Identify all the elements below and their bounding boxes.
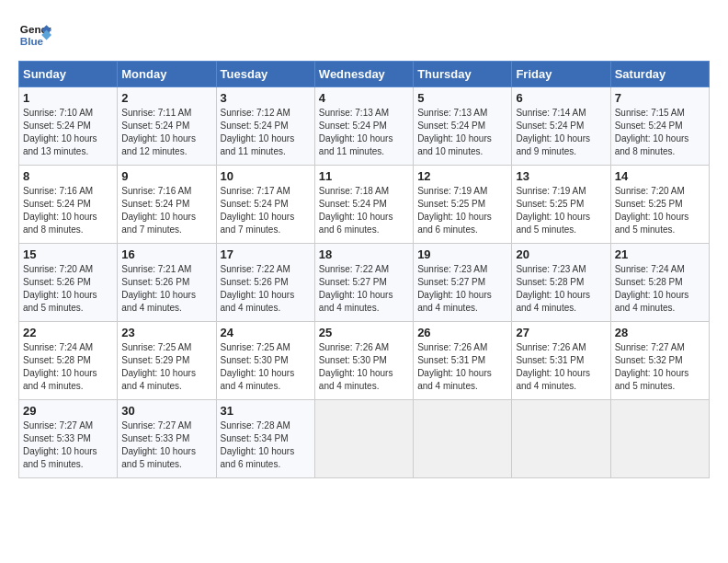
calendar-cell: 22Sunrise: 7:24 AMSunset: 5:28 PMDayligh… (19, 322, 118, 400)
cell-info: Sunrise: 7:13 AMSunset: 5:24 PMDaylight:… (319, 107, 409, 158)
day-number: 17 (221, 247, 311, 261)
week-row: 8Sunrise: 7:16 AMSunset: 5:24 PMDaylight… (19, 166, 710, 244)
calendar-cell: 19Sunrise: 7:23 AMSunset: 5:27 PMDayligh… (414, 244, 512, 322)
day-number: 1 (23, 91, 113, 105)
calendar-cell (314, 400, 413, 478)
day-number: 14 (615, 169, 705, 183)
day-number: 29 (23, 404, 113, 418)
cell-info: Sunrise: 7:11 AMSunset: 5:24 PMDaylight:… (121, 107, 211, 158)
day-number: 6 (516, 91, 606, 105)
calendar-cell: 6Sunrise: 7:14 AMSunset: 5:24 PMDaylight… (512, 87, 610, 166)
day-number: 30 (121, 404, 211, 418)
calendar-cell: 27Sunrise: 7:26 AMSunset: 5:31 PMDayligh… (512, 322, 610, 400)
cell-info: Sunrise: 7:26 AMSunset: 5:30 PMDaylight:… (319, 341, 409, 393)
day-number: 15 (23, 247, 113, 261)
calendar-cell: 9Sunrise: 7:16 AMSunset: 5:24 PMDaylight… (118, 166, 216, 244)
week-row: 29Sunrise: 7:27 AMSunset: 5:33 PMDayligh… (19, 400, 710, 478)
day-number: 4 (319, 91, 409, 105)
calendar-cell: 13Sunrise: 7:19 AMSunset: 5:25 PMDayligh… (512, 166, 610, 244)
logo: General Blue (18, 18, 51, 52)
cell-info: Sunrise: 7:20 AMSunset: 5:26 PMDaylight:… (23, 263, 113, 315)
calendar-cell: 28Sunrise: 7:27 AMSunset: 5:32 PMDayligh… (610, 322, 709, 400)
day-number: 18 (319, 247, 409, 261)
cell-info: Sunrise: 7:20 AMSunset: 5:25 PMDaylight:… (615, 185, 705, 236)
header-saturday: Saturday (610, 62, 709, 87)
calendar-cell (610, 400, 709, 478)
calendar-cell (414, 400, 512, 478)
calendar-cell: 14Sunrise: 7:20 AMSunset: 5:25 PMDayligh… (610, 166, 709, 244)
cell-info: Sunrise: 7:19 AMSunset: 5:25 PMDaylight:… (417, 185, 507, 236)
cell-info: Sunrise: 7:22 AMSunset: 5:26 PMDaylight:… (221, 263, 311, 315)
calendar-cell: 4Sunrise: 7:13 AMSunset: 5:24 PMDaylight… (314, 87, 413, 166)
calendar-table: SundayMondayTuesdayWednesdayThursdayFrid… (18, 61, 710, 478)
cell-info: Sunrise: 7:23 AMSunset: 5:28 PMDaylight:… (516, 263, 606, 315)
calendar-cell: 5Sunrise: 7:13 AMSunset: 5:24 PMDaylight… (414, 87, 512, 166)
calendar-cell: 30Sunrise: 7:27 AMSunset: 5:33 PMDayligh… (118, 400, 216, 478)
day-number: 16 (121, 247, 211, 261)
calendar-cell: 11Sunrise: 7:18 AMSunset: 5:24 PMDayligh… (314, 166, 413, 244)
day-number: 10 (221, 169, 311, 183)
header-tuesday: Tuesday (216, 62, 314, 87)
day-number: 27 (516, 326, 606, 339)
cell-info: Sunrise: 7:27 AMSunset: 5:32 PMDaylight:… (615, 341, 705, 393)
calendar-cell: 12Sunrise: 7:19 AMSunset: 5:25 PMDayligh… (414, 166, 512, 244)
page-header: General Blue (18, 18, 710, 52)
cell-info: Sunrise: 7:22 AMSunset: 5:27 PMDaylight:… (319, 263, 409, 315)
calendar-cell: 15Sunrise: 7:20 AMSunset: 5:26 PMDayligh… (19, 244, 118, 322)
calendar-cell: 17Sunrise: 7:22 AMSunset: 5:26 PMDayligh… (216, 244, 314, 322)
calendar-cell: 26Sunrise: 7:26 AMSunset: 5:31 PMDayligh… (414, 322, 512, 400)
calendar-cell: 23Sunrise: 7:25 AMSunset: 5:29 PMDayligh… (118, 322, 216, 400)
header-friday: Friday (512, 62, 610, 87)
header-sunday: Sunday (19, 62, 118, 87)
svg-text:Blue: Blue (20, 35, 44, 47)
header-monday: Monday (118, 62, 216, 87)
cell-info: Sunrise: 7:28 AMSunset: 5:34 PMDaylight:… (221, 419, 311, 471)
calendar-cell: 2Sunrise: 7:11 AMSunset: 5:24 PMDaylight… (118, 87, 216, 166)
cell-info: Sunrise: 7:13 AMSunset: 5:24 PMDaylight:… (417, 107, 507, 158)
cell-info: Sunrise: 7:18 AMSunset: 5:24 PMDaylight:… (319, 185, 409, 236)
calendar-cell: 21Sunrise: 7:24 AMSunset: 5:28 PMDayligh… (610, 244, 709, 322)
cell-info: Sunrise: 7:25 AMSunset: 5:30 PMDaylight:… (221, 341, 311, 393)
cell-info: Sunrise: 7:26 AMSunset: 5:31 PMDaylight:… (417, 341, 507, 393)
week-row: 22Sunrise: 7:24 AMSunset: 5:28 PMDayligh… (19, 322, 710, 400)
day-number: 31 (221, 404, 311, 418)
cell-info: Sunrise: 7:14 AMSunset: 5:24 PMDaylight:… (516, 107, 606, 158)
day-number: 19 (417, 247, 507, 261)
cell-info: Sunrise: 7:24 AMSunset: 5:28 PMDaylight:… (23, 341, 113, 393)
cell-info: Sunrise: 7:27 AMSunset: 5:33 PMDaylight:… (121, 419, 211, 471)
calendar-cell: 24Sunrise: 7:25 AMSunset: 5:30 PMDayligh… (216, 322, 314, 400)
header-wednesday: Wednesday (314, 62, 413, 87)
week-row: 1Sunrise: 7:10 AMSunset: 5:24 PMDaylight… (19, 87, 710, 166)
day-number: 22 (23, 326, 113, 339)
calendar-cell (512, 400, 610, 478)
header-thursday: Thursday (414, 62, 512, 87)
day-number: 26 (417, 326, 507, 339)
day-number: 28 (615, 326, 705, 339)
day-number: 5 (417, 91, 507, 105)
cell-info: Sunrise: 7:12 AMSunset: 5:24 PMDaylight:… (221, 107, 311, 158)
calendar-cell: 8Sunrise: 7:16 AMSunset: 5:24 PMDaylight… (19, 166, 118, 244)
day-number: 8 (23, 169, 113, 183)
cell-info: Sunrise: 7:16 AMSunset: 5:24 PMDaylight:… (121, 185, 211, 236)
day-number: 2 (121, 91, 211, 105)
cell-info: Sunrise: 7:27 AMSunset: 5:33 PMDaylight:… (23, 419, 113, 471)
cell-info: Sunrise: 7:10 AMSunset: 5:24 PMDaylight:… (23, 107, 113, 158)
cell-info: Sunrise: 7:25 AMSunset: 5:29 PMDaylight:… (121, 341, 211, 393)
cell-info: Sunrise: 7:15 AMSunset: 5:24 PMDaylight:… (615, 107, 705, 158)
calendar-cell: 16Sunrise: 7:21 AMSunset: 5:26 PMDayligh… (118, 244, 216, 322)
calendar-cell: 20Sunrise: 7:23 AMSunset: 5:28 PMDayligh… (512, 244, 610, 322)
calendar-cell: 10Sunrise: 7:17 AMSunset: 5:24 PMDayligh… (216, 166, 314, 244)
day-number: 7 (615, 91, 705, 105)
logo-icon: General Blue (18, 18, 51, 52)
calendar-cell: 31Sunrise: 7:28 AMSunset: 5:34 PMDayligh… (216, 400, 314, 478)
calendar-cell: 7Sunrise: 7:15 AMSunset: 5:24 PMDaylight… (610, 87, 709, 166)
week-row: 15Sunrise: 7:20 AMSunset: 5:26 PMDayligh… (19, 244, 710, 322)
day-number: 24 (221, 326, 311, 339)
calendar-cell: 25Sunrise: 7:26 AMSunset: 5:30 PMDayligh… (314, 322, 413, 400)
cell-info: Sunrise: 7:24 AMSunset: 5:28 PMDaylight:… (615, 263, 705, 315)
day-number: 12 (417, 169, 507, 183)
day-number: 25 (319, 326, 409, 339)
cell-info: Sunrise: 7:23 AMSunset: 5:27 PMDaylight:… (417, 263, 507, 315)
cell-info: Sunrise: 7:21 AMSunset: 5:26 PMDaylight:… (121, 263, 211, 315)
calendar-cell: 1Sunrise: 7:10 AMSunset: 5:24 PMDaylight… (19, 87, 118, 166)
